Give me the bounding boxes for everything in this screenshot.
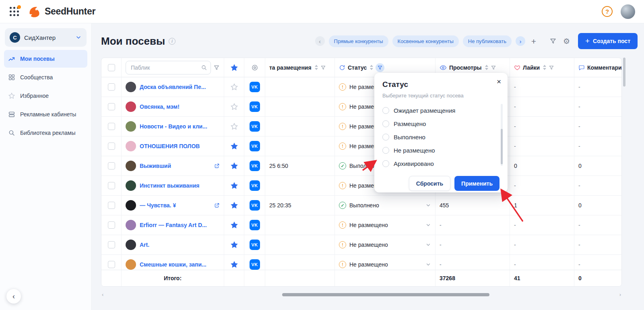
favorite-star[interactable] [230,221,238,229]
public-link[interactable]: Erfiorr — Fantasy Art D... [140,222,207,228]
chips-scroll-left-icon[interactable]: ‹ [315,36,325,46]
horizontal-scrollbar[interactable]: ‹ › [101,292,622,297]
refresh-icon[interactable] [339,64,345,71]
chevron-down-icon[interactable] [425,203,431,208]
sort-views-icon[interactable] [485,65,488,70]
sidebar-item-communities[interactable]: Сообщества [4,68,87,86]
row-checkbox[interactable] [108,123,115,130]
info-icon[interactable]: i [169,38,175,45]
tag-chip[interactable]: Прямые конкуренты [329,35,388,47]
public-link[interactable]: Art. [140,242,149,248]
favorite-star[interactable] [230,103,238,111]
reset-button[interactable]: Сбросить [409,176,450,191]
row-checkbox[interactable] [108,143,115,150]
sidebar-item-ad-cabinets[interactable]: Рекламные кабинеты [4,105,87,123]
public-link[interactable]: — Чувства. ¥ [140,202,176,209]
apps-grid-icon[interactable] [9,6,19,17]
row-checkbox[interactable] [108,83,115,91]
sort-status-icon[interactable] [370,65,373,70]
status-option-awaiting[interactable]: Ожидает размещения [382,104,500,117]
apply-button[interactable]: Применить [454,176,500,191]
favorite-star[interactable] [230,260,238,269]
row-checkbox[interactable] [108,103,115,110]
date-filter-icon[interactable] [320,65,326,70]
add-tag-button[interactable]: + [529,37,538,45]
collapse-sidebar-button[interactable]: ‹ [6,289,21,304]
tag-chip[interactable]: Не публиковать [463,35,512,47]
platform-column-icon[interactable] [251,64,258,71]
sidebar-item-ads-library[interactable]: Библиотека рекламы [4,124,87,142]
popup-scrollbar[interactable] [501,104,503,166]
avatar [126,240,136,250]
chevron-down-icon[interactable] [425,262,431,267]
status-option-placed[interactable]: Размещено [382,117,500,130]
gear-icon[interactable]: ⚙ [563,37,570,46]
radio-button[interactable] [382,120,389,127]
status-cell[interactable]: ✓Выполнено [335,196,436,215]
totals-likes: 41 [510,270,574,286]
row-checkbox[interactable] [108,162,115,169]
external-link-icon[interactable] [212,203,220,208]
chevron-down-icon[interactable] [425,222,431,228]
check-icon: ✓ [339,202,346,209]
row-checkbox[interactable] [108,221,115,229]
grid-icon [8,74,15,81]
workspace-selector[interactable]: С СидХантер [5,28,87,47]
row-checkbox[interactable] [108,241,115,248]
scroll-right-icon[interactable]: › [619,291,621,298]
public-link[interactable]: Выживший [140,163,171,169]
filter-icon[interactable] [549,37,557,45]
favorite-star[interactable] [230,122,238,130]
status-cell[interactable]: !Не размещено [335,255,436,270]
public-link[interactable]: Доска объявлений Пе... [140,84,206,90]
radio-button[interactable] [382,107,389,114]
chevron-down-icon[interactable] [425,242,431,248]
public-link[interactable]: Новости - Видео и кли... [140,123,207,130]
status-option-archived[interactable]: Архивировано [382,157,500,170]
status-filter-icon[interactable] [376,63,384,72]
status-option-completed[interactable]: Выполнено [382,130,500,144]
favorite-star[interactable] [230,201,238,209]
favorites-column-icon[interactable] [230,64,238,72]
brand-logo[interactable]: SeedHunter [27,5,95,19]
row-checkbox[interactable] [108,261,115,268]
radio-button[interactable] [382,160,389,167]
row-checkbox[interactable] [108,202,115,209]
favorite-star[interactable] [230,182,238,190]
external-link-icon[interactable] [212,163,220,169]
public-search-input[interactable] [126,61,211,74]
help-icon[interactable]: ? [602,6,613,17]
chips-scroll-right-icon[interactable]: › [516,36,525,46]
favorite-star[interactable] [230,142,238,150]
sidebar-item-favorites[interactable]: Избранное [4,87,87,105]
tag-chip[interactable]: Косвенные конкуренты [392,35,459,47]
public-filter-icon[interactable] [213,64,220,71]
views-filter-icon[interactable] [491,65,496,70]
row-checkbox[interactable] [108,182,115,189]
radio-button[interactable] [382,147,389,154]
status-cell[interactable]: !Не размещено [335,235,436,254]
close-icon[interactable]: × [497,78,501,85]
sidebar-item-my-seedings[interactable]: Мои посевы [4,50,87,68]
select-all-checkbox[interactable] [108,64,115,71]
create-post-button[interactable]: + Создать пост [578,33,638,49]
favorite-star[interactable] [230,83,238,91]
public-link[interactable]: ОТНОШЕНИЯ ПОЛОВ [140,143,200,149]
public-link[interactable]: Овсянка, мэм! [140,103,180,110]
vertical-scroll-thumb[interactable] [623,58,625,87]
avatar [126,82,136,92]
public-link[interactable]: Инстинкт выживания [140,182,200,189]
favorite-star[interactable] [230,241,238,249]
likes-filter-icon[interactable] [549,65,554,70]
status-option-not-placed[interactable]: Не размещено [382,144,500,157]
user-avatar[interactable] [621,4,635,19]
radio-button[interactable] [382,134,389,141]
status-cell[interactable]: !Не размещено [335,215,436,235]
sort-date-icon[interactable] [315,65,318,70]
horizontal-scroll-thumb[interactable] [282,293,489,296]
sort-likes-icon[interactable] [543,65,546,70]
favorite-star[interactable] [230,162,238,170]
scroll-left-icon[interactable]: ‹ [102,291,103,298]
public-link[interactable]: Смешные кошки, запи... [140,261,206,268]
popup-scroll-thumb[interactable] [501,129,503,164]
